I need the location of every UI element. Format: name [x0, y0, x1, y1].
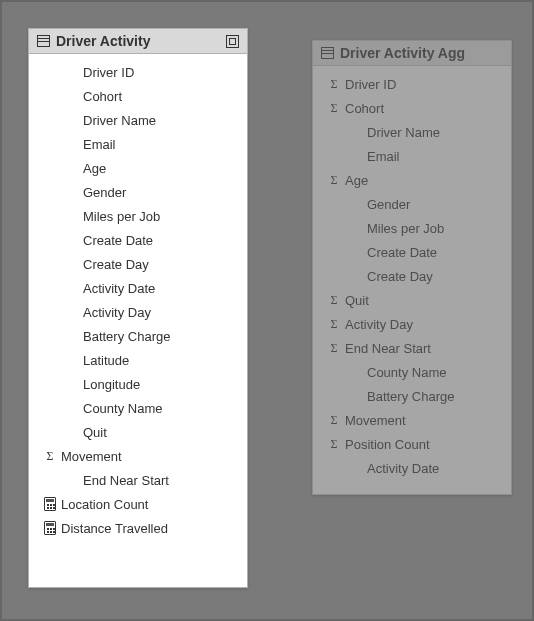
row-icon-slot [323, 342, 345, 354]
sigma-icon [331, 318, 338, 330]
field-label: Create Day [83, 257, 237, 272]
field-row[interactable]: Miles per Job [323, 216, 501, 240]
field-row[interactable]: Driver Name [39, 108, 237, 132]
field-row[interactable]: Create Day [39, 252, 237, 276]
card-body: Driver IDCohortDriver NameEmailAgeGender… [29, 54, 247, 554]
card-header[interactable]: Driver Activity [29, 29, 247, 54]
table-icon [321, 47, 334, 59]
field-row[interactable]: Battery Charge [323, 384, 501, 408]
field-row[interactable]: Age [39, 156, 237, 180]
card-header[interactable]: Driver Activity Agg [313, 41, 511, 66]
field-label: Email [367, 149, 501, 164]
field-row[interactable]: Create Day [323, 264, 501, 288]
field-label: Cohort [345, 101, 501, 116]
field-label: Email [83, 137, 237, 152]
field-label: Age [345, 173, 501, 188]
table-card-driver-activity-agg[interactable]: Driver Activity AggDriver IDCohortDriver… [312, 40, 512, 495]
field-row[interactable]: Movement [39, 444, 237, 468]
field-row[interactable]: Activity Day [323, 312, 501, 336]
sigma-icon [331, 414, 338, 426]
field-label: County Name [367, 365, 501, 380]
field-row[interactable]: Quit [39, 420, 237, 444]
field-label: Position Count [345, 437, 501, 452]
field-label: Latitude [83, 353, 237, 368]
field-row[interactable]: Create Date [39, 228, 237, 252]
field-row[interactable]: Gender [39, 180, 237, 204]
sigma-icon [331, 294, 338, 306]
card-title: Driver Activity [56, 33, 150, 49]
field-label: Longitude [83, 377, 237, 392]
row-icon-slot [323, 102, 345, 114]
field-label: Driver Name [367, 125, 501, 140]
field-row[interactable]: Age [323, 168, 501, 192]
field-label: Create Date [367, 245, 501, 260]
field-label: Driver ID [83, 65, 237, 80]
field-label: Quit [83, 425, 237, 440]
field-label: Activity Day [345, 317, 501, 332]
field-row[interactable]: Driver ID [323, 72, 501, 96]
sigma-icon [331, 438, 338, 450]
field-row[interactable]: Email [39, 132, 237, 156]
field-label: Driver Name [83, 113, 237, 128]
field-row[interactable]: Activity Date [39, 276, 237, 300]
field-label: Driver ID [345, 77, 501, 92]
row-icon-slot [39, 521, 61, 535]
field-label: Activity Date [83, 281, 237, 296]
field-label: Battery Charge [367, 389, 501, 404]
row-icon-slot [323, 78, 345, 90]
field-label: Battery Charge [83, 329, 237, 344]
field-row[interactable]: Movement [323, 408, 501, 432]
field-label: Activity Date [367, 461, 501, 476]
row-icon-slot [323, 174, 345, 186]
field-row[interactable]: Create Date [323, 240, 501, 264]
field-row[interactable]: Position Count [323, 432, 501, 456]
field-row[interactable]: Distance Travelled [39, 516, 237, 540]
sigma-icon [331, 102, 338, 114]
table-icon [37, 35, 50, 47]
field-label: Miles per Job [83, 209, 237, 224]
row-icon-slot [323, 318, 345, 330]
row-icon-slot [323, 414, 345, 426]
aggregate-icon [226, 35, 239, 48]
field-row[interactable]: End Near Start [323, 336, 501, 360]
field-row[interactable]: Battery Charge [39, 324, 237, 348]
field-row[interactable]: Latitude [39, 348, 237, 372]
sigma-icon [47, 450, 54, 462]
field-row[interactable]: Driver Name [323, 120, 501, 144]
field-label: End Near Start [345, 341, 501, 356]
field-label: End Near Start [83, 473, 237, 488]
field-row[interactable]: Activity Day [39, 300, 237, 324]
field-row[interactable]: Gender [323, 192, 501, 216]
calculator-icon [44, 521, 56, 535]
card-body: Driver IDCohortDriver NameEmailAgeGender… [313, 66, 511, 494]
field-label: Distance Travelled [61, 521, 237, 536]
card-title: Driver Activity Agg [340, 45, 465, 61]
row-icon-slot [323, 294, 345, 306]
field-row[interactable]: Cohort [323, 96, 501, 120]
field-label: Cohort [83, 89, 237, 104]
field-label: Miles per Job [367, 221, 501, 236]
field-row[interactable]: Email [323, 144, 501, 168]
table-card-driver-activity[interactable]: Driver ActivityDriver IDCohortDriver Nam… [28, 28, 248, 588]
row-icon-slot [323, 438, 345, 450]
field-row[interactable]: Longitude [39, 372, 237, 396]
field-row[interactable]: County Name [39, 396, 237, 420]
field-row[interactable]: Driver ID [39, 60, 237, 84]
field-row[interactable]: Miles per Job [39, 204, 237, 228]
sigma-icon [331, 342, 338, 354]
row-icon-slot [39, 497, 61, 511]
field-row[interactable]: County Name [323, 360, 501, 384]
field-row[interactable]: Quit [323, 288, 501, 312]
calculator-icon [44, 497, 56, 511]
field-label: Create Day [367, 269, 501, 284]
field-row[interactable]: Cohort [39, 84, 237, 108]
field-label: Location Count [61, 497, 237, 512]
sigma-icon [331, 174, 338, 186]
field-label: Create Date [83, 233, 237, 248]
field-label: Quit [345, 293, 501, 308]
field-label: Gender [83, 185, 237, 200]
field-row[interactable]: End Near Start [39, 468, 237, 492]
field-row[interactable]: Activity Date [323, 456, 501, 480]
field-label: Age [83, 161, 237, 176]
field-row[interactable]: Location Count [39, 492, 237, 516]
